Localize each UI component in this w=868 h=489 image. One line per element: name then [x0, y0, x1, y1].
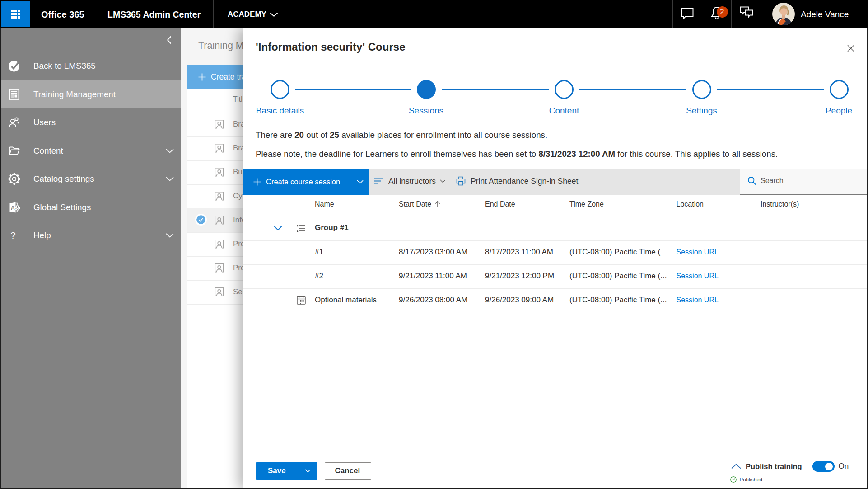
svg-text:A: A — [11, 205, 15, 211]
